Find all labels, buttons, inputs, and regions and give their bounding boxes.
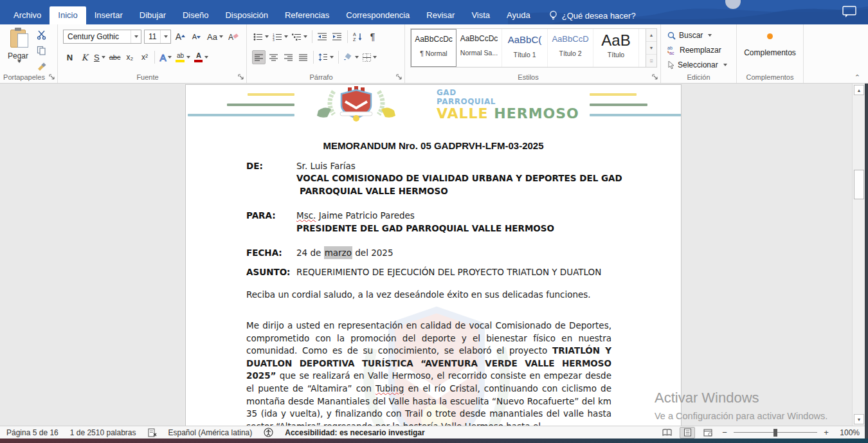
cut-button[interactable] — [33, 28, 49, 42]
page-indicator[interactable]: Página 5 de 16 — [6, 428, 59, 437]
multilevel-list-icon — [292, 33, 302, 41]
font-name-combo[interactable]: Century Gothic — [63, 30, 141, 44]
zoom-in-button[interactable]: + — [822, 428, 830, 437]
underline-button[interactable]: S — [93, 50, 107, 64]
numbered-list-button[interactable]: 123 — [271, 30, 289, 44]
tab-correspondencia[interactable]: Correspondencia — [338, 6, 418, 24]
font-color-button[interactable]: A — [193, 50, 210, 64]
format-painter-button[interactable] — [33, 59, 49, 73]
text-highlight-button[interactable]: ab — [174, 50, 192, 64]
activate-windows-watermark: Activar Windows Ve a Configuración para … — [655, 390, 827, 421]
align-center-button[interactable] — [267, 50, 280, 64]
document-page[interactable]: GAD PARROQUIAL VALLE HERMOSO MEMORANDUM … — [185, 84, 682, 426]
zoom-slider[interactable] — [734, 428, 817, 437]
styles-scroll-down[interactable]: ▼ — [646, 42, 656, 55]
font-size-value: 11 — [149, 32, 156, 41]
document-canvas: GAD PARROQUIAL VALLE HERMOSO MEMORANDUM … — [0, 84, 852, 426]
decrease-indent-button[interactable] — [316, 30, 329, 44]
style-heading1[interactable]: AaBbC( Título 1 — [502, 29, 548, 67]
bullet-list-button[interactable] — [252, 30, 270, 44]
scroll-up-button[interactable]: ▲ — [854, 85, 864, 95]
tab-disposicion[interactable]: Disposición — [217, 6, 276, 24]
bold-button[interactable]: N — [63, 50, 77, 64]
title-bar: Archivo Inicio Insertar Dibujar Diseño D… — [0, 0, 868, 24]
shrink-font-button[interactable]: A — [190, 30, 203, 44]
scroll-down-button[interactable]: ▼ — [854, 414, 864, 424]
accessibility-icon[interactable] — [264, 428, 273, 437]
select-cursor-icon — [667, 61, 674, 69]
align-right-button[interactable] — [282, 50, 295, 64]
clipboard-dialog-launcher-icon[interactable] — [49, 74, 55, 80]
gad-crest-logo — [312, 86, 401, 122]
vertical-scrollbar[interactable]: ▲ ▼ — [852, 84, 865, 426]
tab-insertar[interactable]: Insertar — [86, 6, 131, 24]
styles-more-button[interactable]: ⍗ — [646, 55, 656, 67]
para-role: PRESIDENTE DEL GAD PARROQUIAL VALLE HERM… — [296, 223, 554, 233]
tab-revisar[interactable]: Revisar — [418, 6, 463, 24]
proofing-icon[interactable] — [148, 428, 157, 437]
gad-logo-text: GAD PARROQUIAL VALLE HERMOSO — [437, 89, 579, 121]
paragraph-dialog-launcher-icon[interactable] — [396, 74, 402, 80]
text-effects-button[interactable]: A — [158, 50, 173, 64]
comments-icon[interactable] — [842, 6, 856, 17]
subscript-button[interactable]: x₂ — [123, 50, 136, 64]
styles-dialog-launcher-icon[interactable] — [652, 74, 658, 80]
change-case-button[interactable]: Aa — [206, 30, 224, 44]
tab-diseno[interactable]: Diseño — [174, 6, 217, 24]
tab-inicio[interactable]: Inicio — [50, 6, 86, 24]
word-count[interactable]: 1 de 2510 palabras — [70, 428, 136, 437]
body-paragraph[interactable]: Me dirijo a usted en representación en c… — [246, 320, 611, 426]
grow-font-button[interactable]: A — [174, 30, 187, 44]
increase-indent-button[interactable] — [330, 30, 344, 44]
paste-label: Pegar — [8, 51, 28, 60]
zoom-level[interactable]: 100% — [835, 428, 860, 437]
justify-button[interactable] — [296, 50, 310, 64]
superscript-button[interactable]: x² — [138, 50, 151, 64]
tab-archivo[interactable]: Archivo — [5, 6, 50, 24]
align-right-icon — [284, 54, 293, 61]
tab-ayuda[interactable]: Ayuda — [498, 6, 539, 24]
addins-button[interactable]: Complementos — [737, 30, 803, 57]
style-heading2[interactable]: AaBbCcD Título 2 — [548, 29, 593, 67]
read-mode-button[interactable] — [659, 427, 674, 438]
tab-dibujar[interactable]: Dibujar — [131, 6, 174, 24]
accessibility-status[interactable]: Accesibilidad: es necesario investigar — [285, 428, 424, 437]
strikethrough-button[interactable]: abc — [108, 50, 122, 64]
show-marks-button[interactable]: ¶ — [366, 30, 379, 44]
style-no-spacing[interactable]: AaBbCcDc Normal Sa... — [457, 29, 502, 67]
zoom-out-button[interactable]: − — [721, 428, 728, 437]
italic-button[interactable]: K — [78, 50, 91, 64]
find-button[interactable]: Buscar — [665, 28, 714, 42]
paste-dropdown-arrow[interactable] — [17, 60, 21, 63]
line-spacing-icon — [318, 53, 328, 61]
tab-vista[interactable]: Vista — [463, 6, 498, 24]
multilevel-list-button[interactable] — [291, 30, 309, 44]
clear-formatting-button[interactable]: A — [227, 30, 240, 44]
collapse-ribbon-chevron[interactable]: ⌃ — [854, 73, 860, 82]
copy-button[interactable] — [33, 44, 49, 57]
language-indicator[interactable]: Español (América latina) — [168, 428, 253, 437]
scissors-icon — [37, 30, 46, 40]
sort-button[interactable]: AZ — [351, 30, 365, 44]
print-layout-button[interactable] — [680, 427, 695, 438]
tell-me-search[interactable]: ¿Qué desea hacer? — [549, 6, 636, 24]
borders-button[interactable] — [361, 50, 378, 64]
font-size-combo[interactable]: 11 — [144, 30, 171, 44]
line-spacing-button[interactable] — [317, 50, 335, 64]
select-button[interactable]: Seleccionar — [665, 58, 730, 72]
zoom-slider-thumb[interactable] — [773, 429, 777, 437]
selected-word: marzo — [324, 246, 352, 259]
font-dialog-launcher-icon[interactable] — [238, 74, 244, 80]
styles-scroll-up[interactable]: ▲ — [646, 29, 656, 42]
style-normal[interactable]: AaBbCcDc ¶ Normal — [411, 29, 457, 67]
group-clipboard: Pegar Portapapeles — [0, 24, 58, 83]
style-title[interactable]: AaB Título — [593, 29, 639, 67]
align-left-button[interactable] — [252, 50, 266, 64]
shading-button[interactable] — [342, 50, 360, 64]
tab-referencias[interactable]: Referencias — [276, 6, 338, 24]
paste-button[interactable]: Pegar — [5, 28, 31, 75]
decrease-indent-icon — [318, 33, 327, 41]
replace-button[interactable]: abac Reemplazar — [665, 43, 724, 57]
scrollbar-thumb[interactable] — [854, 170, 864, 199]
web-layout-button[interactable] — [700, 427, 716, 438]
